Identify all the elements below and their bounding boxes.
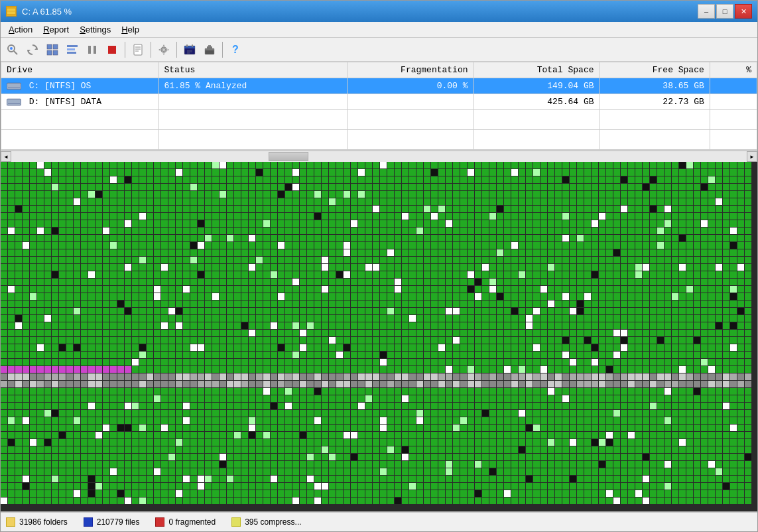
folders-icon	[6, 517, 15, 527]
menu-settings[interactable]: Settings	[74, 23, 116, 36]
svg-rect-18	[134, 44, 142, 55]
stop-button[interactable]	[103, 40, 121, 59]
close-button[interactable]: ✕	[735, 4, 752, 19]
col-pct: %	[710, 62, 757, 78]
drive-c-free: 38.65 GB	[600, 78, 710, 94]
drive-c-label: C: [NTFS] OS	[1, 78, 159, 94]
svg-rect-33	[205, 48, 214, 50]
drive-d-total: 425.64 GB	[474, 94, 600, 110]
status-files: 210779 files	[84, 517, 140, 527]
separator-4	[222, 42, 223, 58]
defrag-button[interactable]	[63, 40, 82, 59]
drive-d-frag	[347, 94, 474, 110]
drive-c-status: 61.85 % Analyzed	[158, 78, 347, 94]
help-button[interactable]: ?	[226, 40, 245, 59]
separator-1	[125, 42, 125, 58]
refresh-button[interactable]	[23, 40, 42, 59]
drive-table: Drive Status Fragmentation Total Space F…	[1, 62, 757, 151]
compressed-icon	[231, 517, 241, 527]
svg-line-4	[14, 51, 17, 54]
title-controls: – □ ✕	[698, 4, 752, 19]
defrag-display	[1, 162, 757, 511]
drive-d-free: 22.73 GB	[600, 94, 710, 110]
col-fragmentation: Fragmentation	[347, 62, 474, 78]
scrollbar-thumb[interactable]	[269, 152, 308, 161]
svg-point-5	[10, 47, 13, 50]
minimize-button[interactable]: –	[698, 4, 715, 19]
defrag-all-button[interactable]	[43, 40, 62, 59]
drive-c-total: 149.04 GB	[474, 78, 600, 94]
status-bar: 31986 folders 210779 files 0 fragmented …	[1, 511, 757, 531]
svg-rect-13	[67, 48, 75, 50]
restore-button[interactable]: □	[716, 4, 733, 19]
app-icon	[6, 6, 17, 17]
col-total-space: Total Space	[474, 62, 600, 78]
separator-3	[176, 42, 177, 58]
drive-d-pct	[710, 94, 757, 110]
drive-c-pct	[710, 78, 757, 94]
toolbar: ?	[1, 38, 757, 62]
title-bar: C: A 61.85 % – □ ✕	[1, 1, 757, 22]
report-button[interactable]	[129, 40, 147, 59]
drive-row-empty-1	[1, 110, 757, 130]
svg-rect-41	[8, 103, 20, 104]
drive-d-status	[158, 94, 347, 110]
files-icon	[84, 517, 93, 527]
drive-row-empty-2	[1, 130, 757, 150]
svg-rect-27	[186, 44, 188, 47]
svg-rect-8	[47, 44, 52, 49]
col-status: Status	[158, 62, 347, 78]
schedule-button[interactable]	[180, 40, 199, 59]
pause-button[interactable]	[83, 40, 101, 59]
analyze-button[interactable]	[3, 40, 22, 59]
status-compressed: 395 compress...	[231, 517, 301, 527]
scroll-left-button[interactable]: ◄	[1, 151, 11, 162]
boot-button[interactable]	[200, 40, 219, 59]
svg-rect-15	[88, 46, 91, 54]
title-bar-left: C: A 61.85 %	[6, 6, 72, 17]
status-folders: 31986 folders	[6, 517, 68, 527]
menu-action[interactable]: Action	[3, 23, 38, 36]
svg-rect-11	[53, 50, 58, 55]
svg-point-24	[162, 48, 165, 51]
content-area: Drive Status Fragmentation Total Space F…	[1, 62, 757, 511]
svg-rect-38	[8, 88, 20, 88]
svg-rect-12	[67, 45, 78, 47]
scroll-right-button[interactable]: ►	[747, 151, 757, 162]
files-label: 210779 files	[97, 517, 140, 527]
menu-report[interactable]: Report	[38, 23, 74, 36]
compressed-label: 395 compress...	[245, 517, 301, 527]
drive-c-frag: 0.00 %	[347, 78, 474, 94]
drive-row-d[interactable]: D: [NTFS] DATA 425.64 GB 22.73 GB	[1, 94, 757, 110]
svg-rect-9	[53, 44, 58, 49]
defrag-canvas	[1, 162, 757, 511]
svg-rect-16	[94, 46, 96, 54]
menu-help[interactable]: Help	[116, 23, 145, 36]
svg-rect-35	[207, 46, 212, 48]
svg-rect-14	[67, 52, 76, 54]
status-fragmented: 0 fragmented	[155, 517, 216, 527]
svg-rect-10	[47, 50, 52, 55]
main-window: C: A 61.85 % – □ ✕ Action Report Setting…	[0, 0, 758, 532]
separator-2	[151, 42, 151, 58]
drive-row-c[interactable]: C: [NTFS] OS 61.85 % Analyzed 0.00 % 149…	[1, 78, 757, 94]
col-drive: Drive	[1, 62, 159, 78]
scrollbar-track[interactable]	[11, 151, 747, 162]
drive-d-label: D: [NTFS] DATA	[1, 94, 159, 110]
menu-bar: Action Report Settings Help	[1, 22, 757, 38]
settings-button[interactable]	[155, 40, 173, 59]
svg-rect-28	[192, 44, 193, 47]
col-free-space: Free Space	[600, 62, 710, 78]
window-title: C: A 61.85 %	[22, 7, 72, 17]
fragmented-icon	[155, 517, 164, 527]
svg-rect-17	[108, 46, 116, 54]
horizontal-scrollbar[interactable]: ◄ ►	[1, 151, 757, 162]
svg-rect-26	[184, 46, 195, 48]
folders-label: 31986 folders	[19, 517, 68, 527]
fragmented-label: 0 fragmented	[168, 517, 216, 527]
